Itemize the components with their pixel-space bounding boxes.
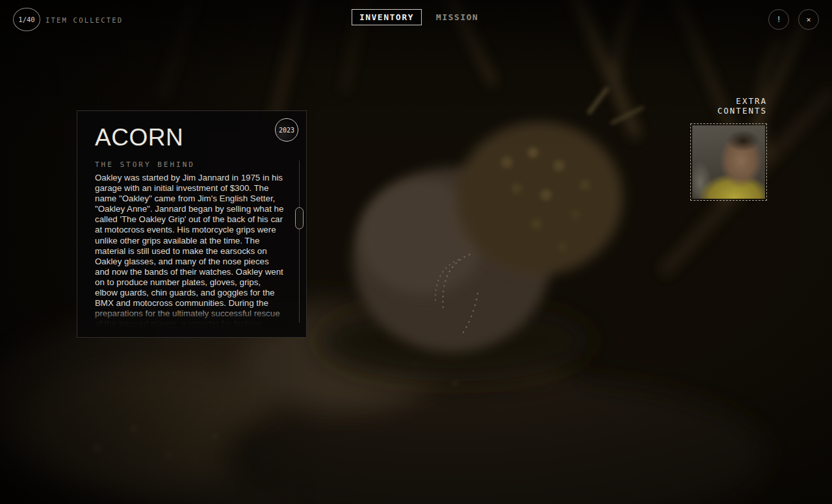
extra-contents-photo [692, 125, 765, 199]
tab-mission[interactable]: MISSION [434, 9, 480, 25]
top-bar: 1/40 ITEM COLLECTED INVENTORY MISSION ! … [0, 0, 832, 39]
item-counter-value: 1/40 [18, 16, 34, 23]
extra-contents-label-line1: EXTRA [637, 97, 767, 107]
item-detail-card: ACORN 2023 THE STORY BEHIND Oakley was s… [77, 110, 307, 338]
main-tabs: INVENTORY MISSION [352, 9, 480, 25]
story-text: Oakley was started by Jim Jannard in 197… [95, 173, 285, 327]
story-paragraph: Oakley was started by Jim Jannard in 197… [95, 173, 283, 318]
scrollbar-track[interactable] [299, 160, 300, 323]
close-button[interactable]: ✕ [798, 9, 819, 30]
exclamation-icon: ! [776, 15, 781, 24]
item-title: ACORN [95, 124, 183, 151]
inventory-screen: 1/40 ITEM COLLECTED INVENTORY MISSION ! … [0, 0, 832, 504]
extra-contents-label-line2: CONTENTS [637, 107, 767, 116]
scrollbar-thumb[interactable] [295, 207, 304, 229]
text-fade-overlay [94, 305, 287, 327]
alert-button[interactable]: ! [768, 9, 789, 30]
item-counter-badge: 1/40 [13, 8, 40, 31]
extra-contents-label: EXTRA CONTENTS [637, 97, 767, 116]
item-counter-label: ITEM COLLECTED [46, 16, 123, 24]
story-subtitle: THE STORY BEHIND [95, 160, 195, 169]
year-badge: 2023 [275, 118, 298, 142]
extra-contents-thumbnail[interactable] [690, 123, 767, 201]
tab-inventory[interactable]: INVENTORY [352, 9, 422, 25]
close-icon: ✕ [806, 15, 811, 24]
